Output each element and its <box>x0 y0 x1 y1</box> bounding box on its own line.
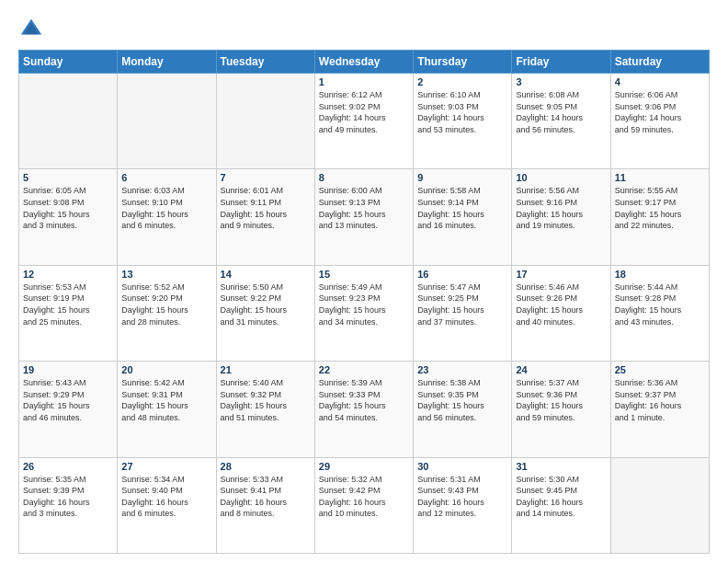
day-info: Sunrise: 5:31 AM Sunset: 9:43 PM Dayligh… <box>417 474 507 520</box>
day-info: Sunrise: 5:46 AM Sunset: 9:26 PM Dayligh… <box>516 282 606 327</box>
day-number: 9 <box>417 172 507 183</box>
day-number: 20 <box>121 364 211 375</box>
header <box>18 17 710 42</box>
calendar-cell: 10Sunrise: 5:56 AM Sunset: 9:16 PM Dayli… <box>512 169 610 265</box>
calendar-cell: 11Sunrise: 5:55 AM Sunset: 9:17 PM Dayli… <box>610 169 709 265</box>
day-number: 21 <box>221 364 311 375</box>
day-info: Sunrise: 5:33 AM Sunset: 9:41 PM Dayligh… <box>221 474 311 520</box>
day-number: 6 <box>121 172 211 183</box>
day-info: Sunrise: 5:55 AM Sunset: 9:17 PM Dayligh… <box>615 185 705 231</box>
calendar-cell: 26Sunrise: 5:35 AM Sunset: 9:39 PM Dayli… <box>19 457 118 553</box>
day-info: Sunrise: 6:01 AM Sunset: 9:11 PM Dayligh… <box>221 185 311 231</box>
day-info: Sunrise: 5:36 AM Sunset: 9:37 PM Dayligh… <box>615 377 705 423</box>
day-number: 27 <box>121 461 211 472</box>
day-number: 22 <box>319 364 409 375</box>
day-number: 3 <box>516 76 606 87</box>
calendar-cell <box>118 74 216 169</box>
day-info: Sunrise: 5:44 AM Sunset: 9:28 PM Dayligh… <box>615 282 705 327</box>
calendar-cell: 2Sunrise: 6:10 AM Sunset: 9:03 PM Daylig… <box>414 74 512 169</box>
calendar-cell: 1Sunrise: 6:12 AM Sunset: 9:02 PM Daylig… <box>314 74 413 169</box>
calendar-cell: 27Sunrise: 5:34 AM Sunset: 9:40 PM Dayli… <box>118 457 216 553</box>
day-number: 26 <box>23 461 113 472</box>
calendar-cell: 3Sunrise: 6:08 AM Sunset: 9:05 PM Daylig… <box>512 74 610 169</box>
day-info: Sunrise: 5:35 AM Sunset: 9:39 PM Dayligh… <box>23 474 113 520</box>
calendar-cell: 9Sunrise: 5:58 AM Sunset: 9:14 PM Daylig… <box>414 169 512 265</box>
day-number: 16 <box>417 269 507 280</box>
calendar-cell: 7Sunrise: 6:01 AM Sunset: 9:11 PM Daylig… <box>216 169 314 265</box>
day-info: Sunrise: 6:05 AM Sunset: 9:08 PM Dayligh… <box>23 185 113 231</box>
day-number: 1 <box>319 76 409 87</box>
calendar-cell: 20Sunrise: 5:42 AM Sunset: 9:31 PM Dayli… <box>118 362 216 457</box>
day-info: Sunrise: 5:58 AM Sunset: 9:14 PM Dayligh… <box>417 185 507 231</box>
day-number: 23 <box>417 364 507 375</box>
calendar-cell: 14Sunrise: 5:50 AM Sunset: 9:22 PM Dayli… <box>216 265 314 361</box>
day-info: Sunrise: 6:08 AM Sunset: 9:05 PM Dayligh… <box>516 89 606 135</box>
calendar-week-2: 12Sunrise: 5:53 AM Sunset: 9:19 PM Dayli… <box>19 265 710 361</box>
day-info: Sunrise: 6:12 AM Sunset: 9:02 PM Dayligh… <box>319 89 409 135</box>
calendar-week-0: 1Sunrise: 6:12 AM Sunset: 9:02 PM Daylig… <box>19 74 710 169</box>
day-info: Sunrise: 6:06 AM Sunset: 9:06 PM Dayligh… <box>615 89 705 135</box>
day-number: 4 <box>615 76 705 87</box>
day-info: Sunrise: 5:49 AM Sunset: 9:23 PM Dayligh… <box>319 282 409 327</box>
day-number: 14 <box>221 269 311 280</box>
day-info: Sunrise: 5:56 AM Sunset: 9:16 PM Dayligh… <box>516 185 606 231</box>
calendar-cell <box>19 74 118 169</box>
calendar-cell: 13Sunrise: 5:52 AM Sunset: 9:20 PM Dayli… <box>118 265 216 361</box>
day-info: Sunrise: 6:03 AM Sunset: 9:10 PM Dayligh… <box>121 185 211 231</box>
calendar-table: SundayMondayTuesdayWednesdayThursdayFrid… <box>18 50 710 554</box>
day-number: 30 <box>417 461 507 472</box>
day-info: Sunrise: 5:42 AM Sunset: 9:31 PM Dayligh… <box>121 377 211 423</box>
calendar-header-tuesday: Tuesday <box>216 51 314 74</box>
day-number: 10 <box>516 172 606 183</box>
day-number: 19 <box>23 364 113 375</box>
day-info: Sunrise: 5:43 AM Sunset: 9:29 PM Dayligh… <box>23 377 113 423</box>
calendar-cell: 12Sunrise: 5:53 AM Sunset: 9:19 PM Dayli… <box>19 265 118 361</box>
calendar-cell: 8Sunrise: 6:00 AM Sunset: 9:13 PM Daylig… <box>314 169 413 265</box>
day-info: Sunrise: 5:34 AM Sunset: 9:40 PM Dayligh… <box>121 474 211 520</box>
day-number: 11 <box>615 172 705 183</box>
calendar-cell: 23Sunrise: 5:38 AM Sunset: 9:35 PM Dayli… <box>414 362 512 457</box>
calendar-cell: 5Sunrise: 6:05 AM Sunset: 9:08 PM Daylig… <box>19 169 118 265</box>
calendar-header-wednesday: Wednesday <box>314 51 413 74</box>
calendar-cell: 24Sunrise: 5:37 AM Sunset: 9:36 PM Dayli… <box>512 362 610 457</box>
day-info: Sunrise: 5:30 AM Sunset: 9:45 PM Dayligh… <box>516 474 606 520</box>
day-number: 25 <box>615 364 705 375</box>
calendar-cell: 15Sunrise: 5:49 AM Sunset: 9:23 PM Dayli… <box>314 265 413 361</box>
day-number: 15 <box>319 269 409 280</box>
calendar-header-monday: Monday <box>118 51 216 74</box>
logo-icon <box>18 17 44 42</box>
day-number: 5 <box>23 172 113 183</box>
calendar-cell: 6Sunrise: 6:03 AM Sunset: 9:10 PM Daylig… <box>118 169 216 265</box>
day-number: 12 <box>23 269 113 280</box>
day-info: Sunrise: 5:52 AM Sunset: 9:20 PM Dayligh… <box>121 282 211 327</box>
day-number: 29 <box>319 461 409 472</box>
calendar-cell: 30Sunrise: 5:31 AM Sunset: 9:43 PM Dayli… <box>414 457 512 553</box>
calendar-header-row: SundayMondayTuesdayWednesdayThursdayFrid… <box>19 51 710 74</box>
day-number: 7 <box>221 172 311 183</box>
calendar-header-friday: Friday <box>512 51 610 74</box>
day-info: Sunrise: 5:38 AM Sunset: 9:35 PM Dayligh… <box>417 377 507 423</box>
day-number: 8 <box>319 172 409 183</box>
day-info: Sunrise: 5:39 AM Sunset: 9:33 PM Dayligh… <box>319 377 409 423</box>
day-number: 24 <box>516 364 606 375</box>
day-number: 28 <box>221 461 311 472</box>
day-info: Sunrise: 5:53 AM Sunset: 9:19 PM Dayligh… <box>23 282 113 327</box>
page: SundayMondayTuesdayWednesdayThursdayFrid… <box>0 0 728 563</box>
day-info: Sunrise: 5:37 AM Sunset: 9:36 PM Dayligh… <box>516 377 606 423</box>
day-info: Sunrise: 6:00 AM Sunset: 9:13 PM Dayligh… <box>319 185 409 231</box>
day-number: 2 <box>417 76 507 87</box>
calendar-header-sunday: Sunday <box>19 51 118 74</box>
calendar-cell: 16Sunrise: 5:47 AM Sunset: 9:25 PM Dayli… <box>414 265 512 361</box>
calendar-cell <box>216 74 314 169</box>
day-number: 18 <box>615 269 705 280</box>
calendar-cell: 28Sunrise: 5:33 AM Sunset: 9:41 PM Dayli… <box>216 457 314 553</box>
calendar-cell: 21Sunrise: 5:40 AM Sunset: 9:32 PM Dayli… <box>216 362 314 457</box>
day-info: Sunrise: 6:10 AM Sunset: 9:03 PM Dayligh… <box>417 89 507 135</box>
calendar-cell: 31Sunrise: 5:30 AM Sunset: 9:45 PM Dayli… <box>512 457 610 553</box>
calendar-cell: 18Sunrise: 5:44 AM Sunset: 9:28 PM Dayli… <box>610 265 709 361</box>
calendar-week-3: 19Sunrise: 5:43 AM Sunset: 9:29 PM Dayli… <box>19 362 710 457</box>
calendar-cell: 4Sunrise: 6:06 AM Sunset: 9:06 PM Daylig… <box>610 74 709 169</box>
calendar-cell: 19Sunrise: 5:43 AM Sunset: 9:29 PM Dayli… <box>19 362 118 457</box>
day-info: Sunrise: 5:40 AM Sunset: 9:32 PM Dayligh… <box>221 377 311 423</box>
calendar-cell: 29Sunrise: 5:32 AM Sunset: 9:42 PM Dayli… <box>314 457 413 553</box>
